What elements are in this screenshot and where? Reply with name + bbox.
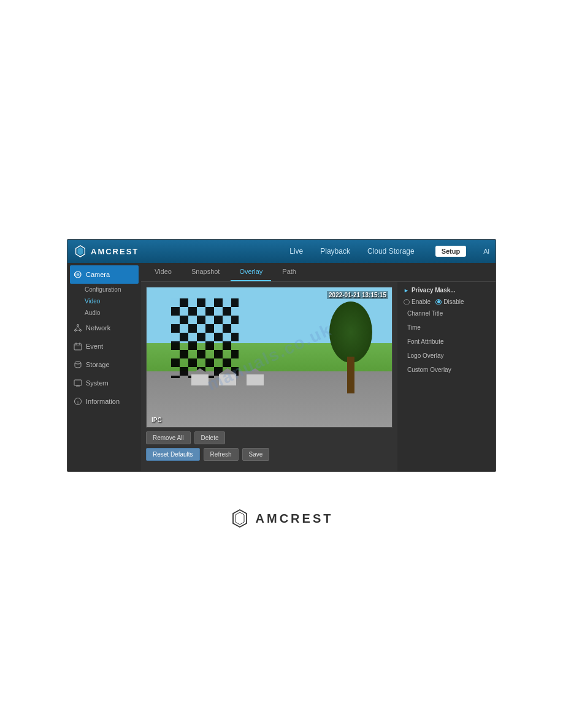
house-3-body [247, 374, 264, 385]
svg-point-15 [75, 362, 81, 364]
house-1-roof [191, 368, 209, 374]
sidebar-storage-label: Storage [86, 361, 110, 368]
overlay-settings: ► Privacy Mask... Enable [397, 282, 496, 471]
sidebar-item-information[interactable]: i Information [67, 392, 141, 411]
tab-overlay[interactable]: Overlay [231, 263, 271, 281]
tree-trunk [347, 357, 354, 393]
nav-cloud-storage[interactable]: Cloud Storage [365, 246, 417, 257]
sub-tabs: Video Snapshot Overlay Path [141, 263, 496, 282]
house-3-roof [246, 368, 264, 374]
information-icon: i [74, 397, 82, 406]
app-window: AMCREST Live Playback Cloud Storage Setu… [67, 239, 496, 472]
play-icon: ► [404, 287, 409, 294]
top-nav: AMCREST Live Playback Cloud Storage Setu… [67, 240, 496, 263]
disable-radio-label[interactable]: Disable [435, 298, 464, 305]
remove-all-button[interactable]: Remove All [146, 431, 191, 444]
svg-rect-11 [74, 344, 82, 350]
overlay-time[interactable]: Time [404, 322, 489, 333]
enable-label: Enable [412, 298, 431, 305]
sidebar-network-label: Network [86, 324, 110, 332]
house-area [191, 368, 264, 385]
disable-label: Disable [443, 298, 464, 305]
sidebar-sub-audio[interactable]: Audio [67, 307, 141, 319]
nav-live[interactable]: Live [287, 246, 305, 257]
sidebar: Camera Configuration Video Audio [67, 263, 141, 471]
sidebar-item-camera[interactable]: Camera [70, 265, 139, 284]
bottom-branding: AMCREST [230, 509, 334, 528]
svg-rect-16 [74, 380, 82, 385]
brand-name: AMCREST [256, 512, 334, 526]
nav-links: Live Playback Cloud Storage Setup Al [287, 246, 489, 257]
overlay-header: ► Privacy Mask... [404, 287, 489, 294]
nav-playback[interactable]: Playback [318, 246, 353, 257]
svg-rect-4 [74, 273, 75, 276]
enable-radio-label[interactable]: Enable [404, 298, 431, 305]
video-section: 2022-01-21 13:15:15 IPC manuals.co.uk Re… [141, 282, 397, 471]
sidebar-sub-configuration[interactable]: Configuration [67, 284, 141, 295]
svg-point-3 [77, 273, 80, 276]
button-row-1: Remove All Delete [146, 431, 393, 444]
sidebar-item-network[interactable]: Network [67, 319, 141, 337]
camera-background [147, 287, 392, 427]
svg-line-9 [78, 327, 80, 330]
svg-line-8 [75, 327, 78, 330]
svg-point-5 [77, 325, 79, 327]
tab-video[interactable]: Video [146, 263, 180, 281]
system-icon [74, 379, 82, 387]
house-1 [191, 368, 209, 385]
sidebar-item-system[interactable]: System [67, 374, 141, 392]
logo-icon [74, 245, 87, 258]
sidebar-system-label: System [86, 379, 109, 387]
overlay-title: ► Privacy Mask... [404, 287, 456, 294]
privacy-mask-checker [171, 298, 239, 378]
nav-user: Al [483, 248, 489, 255]
save-button[interactable]: Save [242, 448, 270, 461]
sidebar-sub-video[interactable]: Video [67, 295, 141, 307]
storage-icon [74, 360, 82, 369]
reset-defaults-button[interactable]: Reset Defaults [146, 448, 200, 461]
logo-area: AMCREST [74, 245, 139, 258]
sidebar-item-storage[interactable]: Storage [67, 355, 141, 374]
brand-logo-icon [230, 509, 250, 528]
house-2-body [219, 374, 236, 385]
delete-button[interactable]: Delete [194, 431, 226, 444]
house-2-roof [218, 368, 237, 374]
sidebar-camera-label: Camera [86, 271, 110, 278]
house-3 [246, 368, 264, 385]
svg-marker-22 [236, 512, 244, 525]
setup-button[interactable]: Setup [435, 246, 467, 257]
tab-snapshot[interactable]: Snapshot [183, 263, 228, 281]
tree-top [329, 301, 372, 363]
timestamp-overlay: 2022-01-21 13:15:15 [327, 291, 388, 299]
overlay-custom-overlay[interactable]: Custom Overlay [404, 364, 489, 376]
event-icon [74, 342, 82, 351]
video-preview[interactable]: 2022-01-21 13:15:15 IPC manuals.co.uk [146, 287, 393, 428]
channel-label: IPC [151, 417, 162, 423]
sidebar-event-label: Event [86, 343, 103, 350]
main-panel: Video Snapshot Overlay Path [141, 263, 496, 471]
overlay-channel-title[interactable]: Channel Title [404, 308, 489, 319]
sidebar-information-label: Information [86, 398, 120, 405]
sidebar-item-event[interactable]: Event [67, 337, 141, 355]
svg-marker-1 [77, 248, 83, 256]
refresh-button[interactable]: Refresh [204, 448, 239, 461]
network-icon [74, 324, 82, 332]
logo-text: AMCREST [91, 247, 139, 256]
house-1-body [191, 374, 209, 385]
enable-radio-circle[interactable] [404, 299, 410, 305]
tree-decoration [329, 301, 372, 393]
tab-path[interactable]: Path [274, 263, 305, 281]
house-2 [218, 368, 237, 385]
overlay-font-attribute[interactable]: Font Attribute [404, 336, 489, 347]
svg-text:i: i [77, 400, 79, 404]
panel-content: 2022-01-21 13:15:15 IPC manuals.co.uk Re… [141, 282, 496, 471]
content-area: Camera Configuration Video Audio [67, 263, 496, 471]
radio-group: Enable Disable [404, 298, 489, 305]
disable-radio-circle[interactable] [435, 299, 442, 305]
privacy-mask-label: Privacy Mask... [412, 287, 456, 294]
camera-icon [74, 270, 82, 279]
page-wrapper: AMCREST Live Playback Cloud Storage Setu… [0, 0, 563, 728]
overlay-logo-overlay[interactable]: Logo Overlay [404, 350, 489, 362]
button-row-2: Reset Defaults Refresh Save [146, 448, 393, 461]
